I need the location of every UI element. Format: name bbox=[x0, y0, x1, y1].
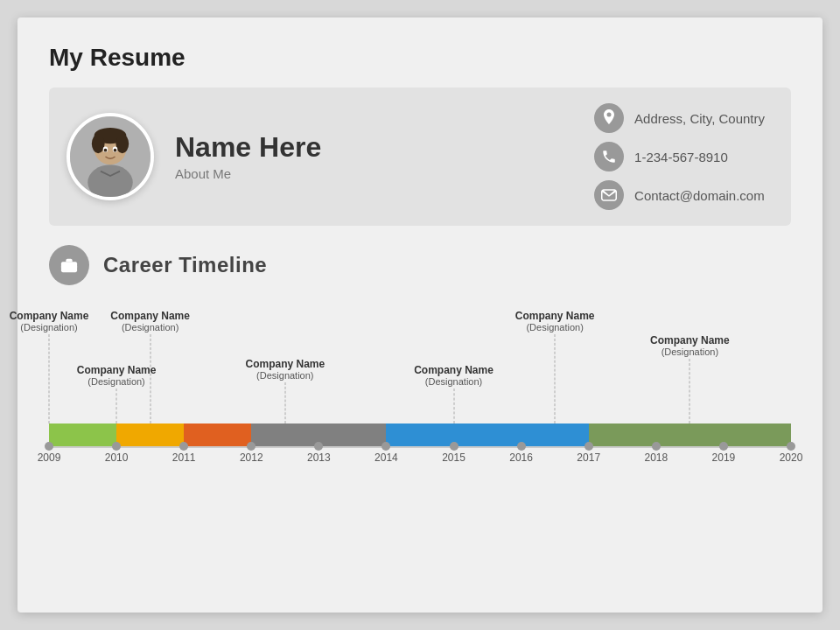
connector-line bbox=[690, 359, 690, 424]
year-tick: 2012 bbox=[240, 452, 263, 464]
axis-dot bbox=[314, 442, 323, 451]
axis-dot bbox=[382, 442, 390, 451]
year-tick: 2014 bbox=[374, 452, 398, 464]
timeline-bar bbox=[589, 424, 791, 446]
svg-point-4 bbox=[92, 134, 105, 153]
axis-dot bbox=[112, 442, 121, 451]
person-name: Name Here bbox=[175, 132, 559, 163]
company-name: Company Name bbox=[77, 364, 157, 376]
axis-dot bbox=[584, 442, 593, 451]
axis-dot bbox=[652, 442, 661, 451]
axis-dot bbox=[787, 442, 795, 451]
axis-dot bbox=[450, 442, 458, 451]
year-tick: 2018 bbox=[644, 452, 668, 464]
company-name: Company Name bbox=[650, 334, 730, 346]
timeline-bar bbox=[386, 424, 588, 446]
phone-row: 1-234-567-8910 bbox=[594, 142, 765, 172]
connector-line bbox=[555, 334, 556, 424]
designation: (Designation) bbox=[77, 376, 157, 387]
axis-dot bbox=[719, 442, 728, 451]
timeline-entry-bottom: Company Name(Designation) bbox=[414, 364, 494, 387]
year-tick: 2009 bbox=[38, 452, 61, 464]
about-label: About Me bbox=[175, 166, 559, 181]
year-tick: 2017 bbox=[577, 452, 600, 464]
axis-dot bbox=[517, 442, 526, 451]
resume-slide: My Resume bbox=[18, 18, 822, 612]
timeline-entry-top: Company Name(Designation) bbox=[110, 310, 190, 332]
bar-area bbox=[49, 424, 791, 446]
phone-icon bbox=[594, 142, 624, 172]
email-icon bbox=[594, 180, 624, 210]
contact-block: Address, City, Country 1-234-567-8910 Co… bbox=[594, 103, 765, 210]
year-tick: 2016 bbox=[509, 452, 533, 464]
email-row: Contact@domain.com bbox=[594, 180, 765, 210]
designation: (Designation) bbox=[110, 322, 190, 332]
year-tick: 2013 bbox=[307, 452, 331, 464]
career-timeline-title: Career Timeline bbox=[103, 253, 267, 277]
timeline-entry-top: Company Name(Designation) bbox=[515, 310, 595, 332]
connector-line bbox=[116, 388, 117, 424]
svg-point-9 bbox=[114, 149, 117, 152]
year-tick: 2015 bbox=[442, 452, 466, 464]
company-name: Company Name bbox=[414, 364, 494, 376]
axis-dot bbox=[45, 442, 53, 451]
year-tick: 2019 bbox=[712, 452, 736, 464]
timeline-bar bbox=[49, 424, 116, 446]
company-name: Company Name bbox=[515, 310, 595, 322]
briefcase-icon bbox=[49, 245, 89, 285]
address-text: Address, City, Country bbox=[634, 111, 765, 126]
connector-line bbox=[49, 334, 50, 424]
phone-text: 1-234-567-8910 bbox=[634, 150, 728, 164]
connector-line bbox=[453, 388, 454, 424]
timeline-entry-bottom: Company Name(Designation) bbox=[245, 358, 325, 381]
timeline-area: 2009201020112012201320142015201620172018… bbox=[49, 301, 791, 511]
header-card: Name Here About Me Address, City, Countr… bbox=[49, 88, 791, 226]
address-row: Address, City, Country bbox=[594, 103, 765, 133]
svg-point-5 bbox=[116, 134, 129, 153]
designation: (Designation) bbox=[414, 376, 494, 387]
designation: (Designation) bbox=[245, 370, 325, 381]
location-icon bbox=[594, 103, 624, 133]
company-name: Company Name bbox=[245, 358, 325, 370]
timeline-entry-top: Company Name(Designation) bbox=[10, 310, 89, 332]
company-name: Company Name bbox=[110, 310, 190, 322]
designation: (Designation) bbox=[515, 322, 595, 332]
name-block: Name Here About Me bbox=[175, 132, 559, 181]
connector-line bbox=[284, 382, 285, 424]
year-tick: 2020 bbox=[780, 452, 803, 464]
svg-point-8 bbox=[104, 149, 108, 152]
email-text: Contact@domain.com bbox=[634, 188, 765, 203]
axis-dot bbox=[247, 442, 256, 451]
timeline-entry-bottom: Company Name(Designation) bbox=[77, 364, 157, 387]
section-header: Career Timeline bbox=[49, 245, 791, 285]
timeline-bar bbox=[116, 424, 184, 446]
page-title: My Resume bbox=[49, 44, 791, 72]
company-name: Company Name bbox=[10, 310, 89, 322]
timeline-bar bbox=[184, 424, 251, 446]
year-tick: 2011 bbox=[172, 452, 196, 464]
year-tick: 2010 bbox=[105, 452, 129, 464]
axis-line bbox=[49, 446, 791, 448]
timeline-entry-top: Company Name(Designation) bbox=[650, 334, 730, 357]
avatar bbox=[66, 113, 154, 200]
designation: (Designation) bbox=[10, 322, 89, 332]
axis-dot bbox=[179, 442, 188, 451]
designation: (Designation) bbox=[650, 346, 730, 357]
